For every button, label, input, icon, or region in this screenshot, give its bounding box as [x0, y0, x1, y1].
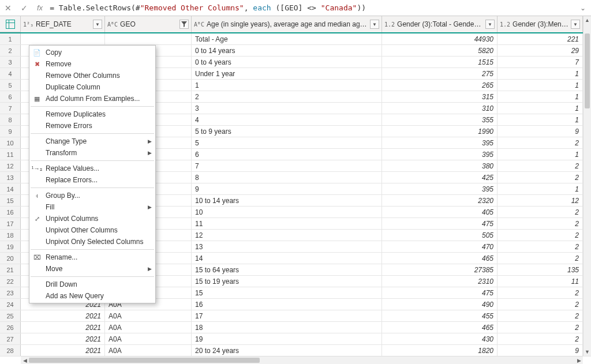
cell-gender-men[interactable]: 2: [498, 299, 583, 310]
cell-gender-men[interactable]: 2: [498, 310, 583, 321]
cell-age[interactable]: 15 to 19 years: [192, 276, 382, 287]
cell-gender-men[interactable]: 2: [498, 218, 583, 229]
cell-gender-men[interactable]: 29: [498, 45, 583, 56]
cell-geo[interactable]: A0A: [105, 333, 192, 344]
menu-item-remove-err[interactable]: Remove Errors: [29, 120, 155, 132]
menu-item-unpivot[interactable]: ⤢Unpivot Columns: [29, 213, 155, 224]
column-header-ref-date[interactable]: 1²₃ REF_DATE ▼: [21, 16, 105, 32]
vertical-scroll-thumb[interactable]: [585, 33, 590, 108]
row-number[interactable]: 16: [0, 207, 21, 217]
cell-gender-total[interactable]: 44930: [382, 33, 498, 44]
cell-gender-total[interactable]: 1820: [382, 345, 498, 356]
cell-age[interactable]: 12: [192, 230, 382, 241]
cell-gender-men[interactable]: 2: [498, 322, 583, 333]
cell-gender-total[interactable]: 395: [382, 149, 498, 160]
cell-age[interactable]: 15 to 64 years: [192, 264, 382, 275]
row-number[interactable]: 18: [0, 230, 21, 241]
menu-item-group-by[interactable]: ⫞Group By...: [29, 190, 155, 201]
cell-age[interactable]: 5 to 9 years: [192, 126, 382, 137]
cell-gender-men[interactable]: 2: [498, 172, 583, 183]
row-number[interactable]: 3: [0, 57, 21, 67]
cell-age[interactable]: 10 to 14 years: [192, 195, 382, 206]
cell-gender-total[interactable]: 490: [382, 299, 498, 310]
cell-age[interactable]: 17: [192, 310, 382, 321]
scroll-down-icon[interactable]: ▼: [583, 348, 591, 356]
cell-gender-total[interactable]: 425: [382, 172, 498, 183]
cell-gender-total[interactable]: 475: [382, 218, 498, 229]
cell-gender-total[interactable]: 315: [382, 91, 498, 102]
cell-gender-total[interactable]: 355: [382, 114, 498, 125]
menu-item-drill[interactable]: Drill Down: [29, 279, 155, 290]
cell-gender-men[interactable]: 1: [498, 183, 583, 194]
cell-gender-men[interactable]: 1: [498, 80, 583, 91]
cell-gender-men[interactable]: 2: [498, 137, 583, 148]
cell-ref-date[interactable]: 2021: [21, 345, 105, 356]
cell-gender-men[interactable]: 2: [498, 207, 583, 217]
cell-gender-total[interactable]: 5820: [382, 45, 498, 56]
cell-gender-total[interactable]: 475: [382, 287, 498, 298]
table-row[interactable]: 252021A0A174552: [0, 310, 591, 322]
row-number[interactable]: 20: [0, 253, 21, 264]
row-number[interactable]: 24: [0, 299, 21, 310]
scroll-up-icon[interactable]: ▲: [583, 16, 591, 24]
table-row[interactable]: 272021A0A194302: [0, 333, 591, 345]
column-header-age[interactable]: AᴮC Age (in single years), average age a…: [192, 16, 382, 32]
cell-gender-men[interactable]: 2: [498, 160, 583, 171]
menu-item-replace-values[interactable]: ¹→₂Replace Values...: [29, 163, 155, 174]
cell-gender-men[interactable]: 2: [498, 230, 583, 241]
cell-age[interactable]: 1: [192, 80, 382, 91]
cell-geo[interactable]: [105, 33, 192, 44]
row-number[interactable]: 21: [0, 264, 21, 275]
column-header-gender-men[interactable]: 1.2 Gender (3):Men+[2] ▼: [498, 16, 583, 32]
row-number[interactable]: 8: [0, 114, 21, 125]
cell-age[interactable]: 7: [192, 160, 382, 171]
cell-geo[interactable]: A0A: [105, 310, 192, 321]
cell-gender-men[interactable]: 1: [498, 91, 583, 102]
cell-gender-men[interactable]: 1: [498, 68, 583, 79]
column-filter-geo[interactable]: [179, 20, 189, 29]
cell-gender-total[interactable]: 395: [382, 183, 498, 194]
row-number[interactable]: 19: [0, 241, 21, 252]
cell-age[interactable]: 14: [192, 253, 382, 264]
row-number[interactable]: 26: [0, 322, 21, 333]
cancel-formula-icon[interactable]: ✕: [2, 2, 14, 14]
cell-gender-men[interactable]: 1: [498, 103, 583, 114]
accept-formula-icon[interactable]: ✓: [18, 2, 30, 14]
cell-age[interactable]: 8: [192, 172, 382, 183]
vertical-scrollbar[interactable]: ▲ ▼: [583, 16, 591, 356]
column-filter-ref-date[interactable]: ▼: [93, 20, 102, 29]
table-row[interactable]: 1Total - Age44930221: [0, 33, 591, 45]
column-filter-gender-men[interactable]: ▼: [571, 20, 580, 29]
cell-age[interactable]: Under 1 year: [192, 68, 382, 79]
cell-age[interactable]: 6: [192, 149, 382, 160]
cell-gender-total[interactable]: 395: [382, 137, 498, 148]
horizontal-scroll-thumb[interactable]: [29, 358, 260, 363]
cell-ref-date[interactable]: [21, 33, 105, 44]
cell-gender-total[interactable]: 2320: [382, 195, 498, 206]
cell-gender-men[interactable]: 12: [498, 195, 583, 206]
cell-gender-men[interactable]: 2: [498, 241, 583, 252]
cell-age[interactable]: Total - Age: [192, 33, 382, 44]
cell-gender-total[interactable]: 380: [382, 160, 498, 171]
menu-item-fill[interactable]: Fill▶: [29, 201, 155, 213]
row-number[interactable]: 11: [0, 149, 21, 160]
cell-age[interactable]: 0 to 4 years: [192, 57, 382, 67]
column-filter-gender-total[interactable]: ▼: [485, 20, 495, 29]
horizontal-scrollbar[interactable]: ◀ ▶: [21, 356, 583, 364]
cell-gender-total[interactable]: 310: [382, 103, 498, 114]
cell-gender-men[interactable]: 135: [498, 264, 583, 275]
cell-gender-total[interactable]: 275: [382, 68, 498, 79]
cell-age[interactable]: 3: [192, 103, 382, 114]
scroll-left-icon[interactable]: ◀: [21, 357, 29, 364]
cell-ref-date[interactable]: 2021: [21, 322, 105, 333]
cell-gender-men[interactable]: 2: [498, 333, 583, 344]
row-number[interactable]: 25: [0, 310, 21, 321]
fx-icon[interactable]: fx: [35, 3, 45, 12]
cell-gender-total[interactable]: 455: [382, 310, 498, 321]
cell-gender-men[interactable]: 7: [498, 57, 583, 67]
cell-gender-men[interactable]: 1: [498, 114, 583, 125]
cell-gender-men[interactable]: 9: [498, 345, 583, 356]
row-number[interactable]: 1: [0, 33, 21, 44]
formula-input[interactable]: = Table.SelectRows(#"Removed Other Colum…: [50, 3, 573, 12]
table-row[interactable]: 262021A0A184652: [0, 322, 591, 333]
